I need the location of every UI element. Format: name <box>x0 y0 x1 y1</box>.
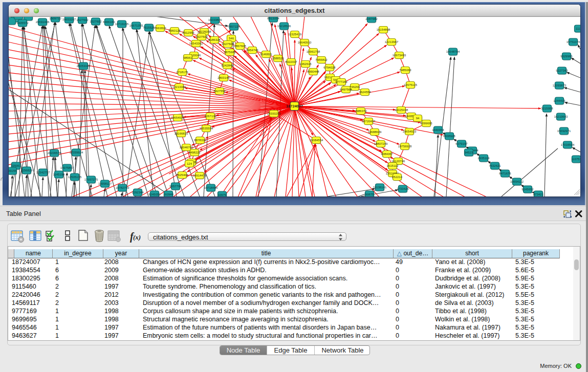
svg-text:9245052: 9245052 <box>148 193 161 196</box>
svg-text:8427552: 8427552 <box>213 90 226 93</box>
svg-text:15692971: 15692971 <box>557 129 571 133</box>
svg-text:6497568: 6497568 <box>340 88 352 91</box>
svg-text:18807249: 18807249 <box>374 142 388 145</box>
svg-text:1405572: 1405572 <box>16 21 29 25</box>
svg-text:8454749: 8454749 <box>246 49 258 52</box>
svg-text:16210643: 16210643 <box>554 115 568 118</box>
svg-text:19384554: 19384554 <box>310 139 323 142</box>
svg-text:8322037: 8322037 <box>285 60 297 63</box>
svg-text:546: 546 <box>229 37 234 40</box>
svg-text:10654112: 10654112 <box>510 180 524 183</box>
svg-text:17016504: 17016504 <box>561 143 575 146</box>
svg-text:12213967: 12213967 <box>385 40 399 43</box>
svg-text:16154808: 16154808 <box>377 28 390 31</box>
svg-text:9245652: 9245652 <box>521 188 534 191</box>
svg-text:9329966: 9329966 <box>560 55 573 58</box>
svg-text:3215958: 3215958 <box>541 107 553 110</box>
svg-text:9242848: 9242848 <box>221 64 233 67</box>
svg-text:335061: 335061 <box>11 164 21 167</box>
svg-text:1244415: 1244415 <box>553 99 565 102</box>
svg-text:19975857: 19975857 <box>60 166 74 169</box>
svg-text:1112: 1112 <box>576 27 580 30</box>
svg-text:6794028: 6794028 <box>323 66 336 69</box>
svg-text:1292344: 1292344 <box>132 191 144 194</box>
svg-text:12505135: 12505135 <box>68 176 82 179</box>
svg-text:1909710: 1909710 <box>49 17 61 20</box>
svg-text:8471676: 8471676 <box>499 172 511 175</box>
svg-text:1145194: 1145194 <box>53 173 66 176</box>
svg-text:39155: 39155 <box>9 169 17 172</box>
svg-text:18300295: 18300295 <box>267 112 281 115</box>
svg-text:1588520: 1588520 <box>272 57 284 60</box>
svg-text:1362615: 1362615 <box>299 62 312 65</box>
svg-text:94523: 94523 <box>465 151 473 154</box>
svg-text:116753: 116753 <box>571 158 580 161</box>
svg-text:6099695: 6099695 <box>420 122 432 125</box>
svg-text:10025438: 10025438 <box>395 108 408 112</box>
svg-text:16914479: 16914479 <box>193 174 207 177</box>
svg-text:12342757: 12342757 <box>36 171 50 174</box>
svg-text:12213389: 12213389 <box>172 85 186 89</box>
svg-text:19218506: 19218506 <box>277 25 291 28</box>
svg-text:9327503: 9327503 <box>195 35 208 38</box>
svg-text:7857224: 7857224 <box>228 25 240 28</box>
svg-text:1440954: 1440954 <box>432 128 444 132</box>
svg-text:16033809: 16033809 <box>208 18 222 21</box>
svg-text:10688609: 10688609 <box>368 130 382 134</box>
svg-text:17359924: 17359924 <box>70 151 83 154</box>
svg-text:16648784: 16648784 <box>446 50 460 53</box>
svg-text:10973493: 10973493 <box>393 54 406 57</box>
svg-text:8912956: 8912956 <box>182 31 194 34</box>
svg-text:16782759: 16782759 <box>116 186 129 189</box>
svg-text:9227343: 9227343 <box>556 69 568 72</box>
svg-text:8960128: 8960128 <box>168 29 181 32</box>
svg-text:20053346: 20053346 <box>77 64 91 68</box>
svg-text:7986372: 7986372 <box>355 110 367 113</box>
svg-text:10653267: 10653267 <box>62 18 76 21</box>
svg-text:19654933: 19654933 <box>171 116 185 119</box>
svg-text:7955812: 7955812 <box>315 58 328 61</box>
svg-text:98961: 98961 <box>184 56 192 59</box>
svg-text:12093873: 12093873 <box>553 84 567 87</box>
svg-text:252214: 252214 <box>392 176 403 179</box>
svg-text:20206578: 20206578 <box>48 151 61 155</box>
svg-text:8938928: 8938928 <box>443 135 455 138</box>
svg-text:13535594: 13535594 <box>200 127 213 130</box>
svg-text:873421: 873421 <box>533 193 544 196</box>
svg-text:2803144: 2803144 <box>217 76 230 79</box>
svg-text:19958117: 19958117 <box>98 182 112 185</box>
svg-text:8990448: 8990448 <box>307 70 319 73</box>
svg-text:(x): (x) <box>133 233 141 241</box>
svg-text:12975115: 12975115 <box>404 83 418 86</box>
svg-text:20691406: 20691406 <box>36 20 50 24</box>
svg-text:90875: 90875 <box>365 193 374 196</box>
svg-text:10719155: 10719155 <box>115 23 129 26</box>
svg-text:1527602: 1527602 <box>90 20 102 23</box>
svg-text:19654923: 19654923 <box>403 130 417 133</box>
svg-text:2867608: 2867608 <box>234 45 246 48</box>
svg-text:10979: 10979 <box>218 193 227 196</box>
svg-text:7485063: 7485063 <box>399 69 411 72</box>
svg-text:124: 124 <box>187 162 192 165</box>
svg-text:5498222: 5498222 <box>188 151 201 154</box>
svg-text:19166825: 19166825 <box>175 132 188 135</box>
svg-text:9327508: 9327508 <box>222 42 234 46</box>
svg-text:8813054: 8813054 <box>267 17 279 20</box>
svg-text:3267130: 3267130 <box>204 115 216 118</box>
svg-text:9777169: 9777169 <box>335 80 347 83</box>
svg-text:11325419: 11325419 <box>288 33 302 36</box>
svg-text:1527602: 1527602 <box>76 18 89 21</box>
svg-text:7632621: 7632621 <box>489 164 501 167</box>
svg-text:17957275: 17957275 <box>84 178 98 181</box>
svg-text:3624554: 3624554 <box>359 91 371 94</box>
svg-text:2935114: 2935114 <box>478 157 490 160</box>
svg-text:8186328: 8186328 <box>208 38 221 41</box>
svg-text:16671355: 16671355 <box>129 24 143 27</box>
svg-text:7625402: 7625402 <box>176 173 188 177</box>
svg-text:16640910: 16640910 <box>298 41 312 44</box>
svg-text:16543362: 16543362 <box>189 42 203 45</box>
svg-text:9657791: 9657791 <box>169 185 182 188</box>
svg-text:15751074: 15751074 <box>567 40 580 43</box>
svg-text:16136141: 16136141 <box>373 186 387 189</box>
svg-text:1615112: 1615112 <box>387 164 399 167</box>
